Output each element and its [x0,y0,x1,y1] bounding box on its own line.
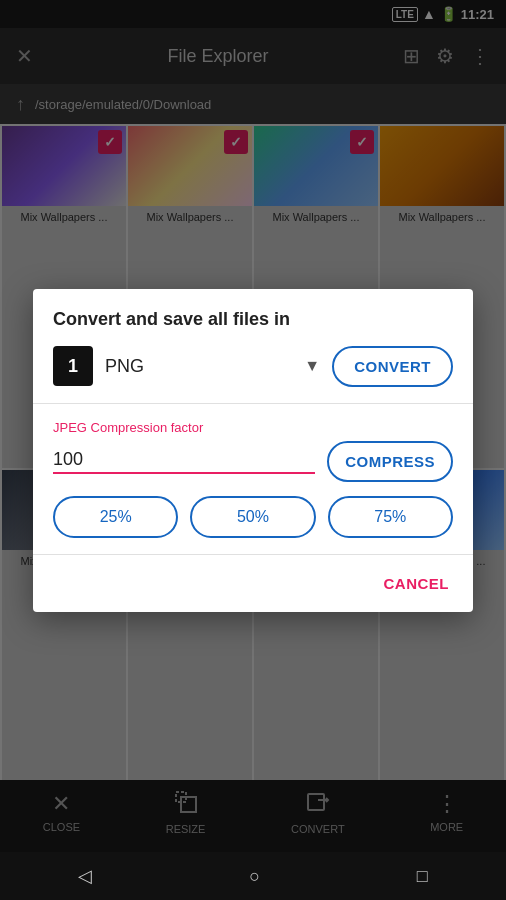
file-count-badge: 1 [53,346,93,386]
dialog-title: Convert and save all files in [33,289,473,346]
android-nav: ◁ ○ □ [0,852,506,900]
convert-dialog: Convert and save all files in 1 PNG ▼ CO… [33,289,473,612]
percent-75-button[interactable]: 75% [328,496,453,538]
dropdown-arrow-icon: ▼ [304,357,320,375]
format-text: PNG [105,356,144,377]
recent-button[interactable]: □ [417,866,428,887]
home-button[interactable]: ○ [249,866,260,887]
format-selector[interactable]: PNG ▼ [105,352,320,381]
back-button[interactable]: ◁ [78,865,92,887]
format-row: 1 PNG ▼ CONVERT [33,346,473,404]
compress-button[interactable]: COMPRESS [327,441,453,482]
percent-buttons: 25% 50% 75% [53,496,453,538]
convert-button[interactable]: CONVERT [332,346,453,387]
percent-50-button[interactable]: 50% [190,496,315,538]
cancel-button[interactable]: CANCEL [380,567,454,600]
compress-input[interactable] [53,449,315,470]
dialog-overlay: Convert and save all files in 1 PNG ▼ CO… [0,0,506,900]
compress-input-row: COMPRESS [53,441,453,482]
compress-input-wrap [53,449,315,474]
compress-label: JPEG Compression factor [53,420,453,435]
percent-25-button[interactable]: 25% [53,496,178,538]
dialog-actions: CANCEL [33,555,473,612]
compress-row: JPEG Compression factor COMPRESS 25% 50%… [33,404,473,555]
